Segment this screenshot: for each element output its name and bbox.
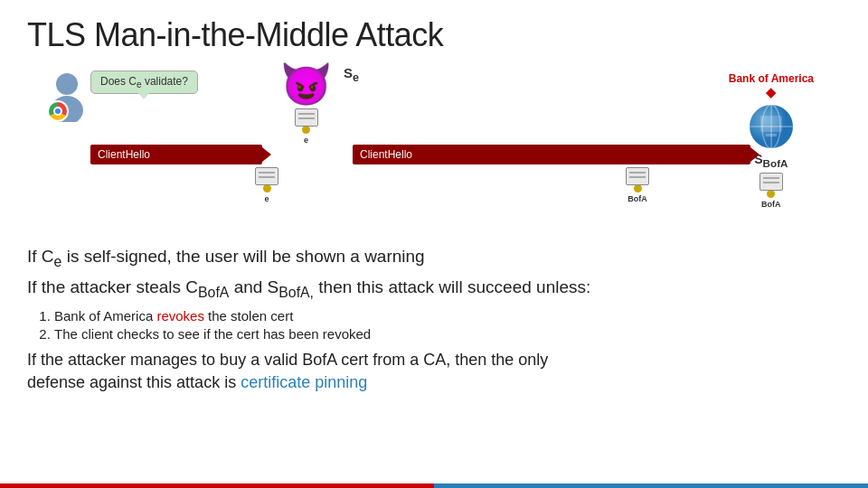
list-item-2-text: The client checks to see if the cert has… — [54, 326, 371, 342]
bofa-diamond: ◆ — [766, 85, 776, 99]
cert-bofa-icon: BofA — [760, 173, 783, 209]
line2-prefix: If the attacker steals C — [27, 277, 198, 296]
svg-rect-7 — [766, 134, 777, 136]
bofa-globe-icon — [748, 103, 795, 150]
arrow-head-right — [750, 147, 760, 162]
line2-mid2-sub: BofA, — [278, 285, 314, 300]
line2-suffix: then this attack will succeed unless: — [314, 277, 590, 296]
cert-e-below-left: e — [163, 167, 371, 203]
line3-highlight: certificate pinning — [241, 373, 367, 391]
svg-point-0 — [56, 73, 78, 95]
bubble-text-suffix: validate? — [142, 75, 188, 88]
page-title: TLS Man-in-the-Middle Attack — [0, 0, 868, 63]
list-item-2: The client checks to see if the cert has… — [54, 326, 841, 342]
speech-bubble: Does Ce validate? — [90, 70, 198, 94]
list-area: Bank of America revokes the stolen cert … — [27, 308, 841, 342]
s-bofa-subscript: BofA — [763, 157, 788, 169]
client-hello-right-row: ClientHello — [353, 145, 760, 164]
client-figure — [45, 72, 89, 122]
line2-mid-sub: BofA — [198, 285, 229, 300]
left-arrow-group: ClientHello e — [90, 145, 371, 203]
cert-bofa-below-right-label: BofA — [627, 194, 647, 203]
svg-rect-6 — [760, 116, 782, 132]
list-item-1: Bank of America revokes the stolen cert — [54, 308, 841, 324]
attacker-figure: 😈 Se e — [280, 63, 332, 145]
bofa-logo-text: Bank of America — [729, 72, 814, 85]
arrow-head-left — [262, 147, 271, 162]
line2-mid: and S — [229, 277, 278, 296]
client-hello-left-bar: ClientHello — [90, 145, 262, 164]
client-hello-right-bar: ClientHello — [353, 145, 750, 164]
line1: If Ce is self-signed, the user will be s… — [27, 247, 841, 270]
cert-e-label: e — [304, 136, 308, 145]
cert-bofa-label: BofA — [761, 200, 781, 209]
client-hello-left-label: ClientHello — [98, 148, 150, 161]
client-hello-right-label: ClientHello — [360, 148, 412, 161]
right-arrow-group: ClientHello BofA — [353, 145, 760, 203]
cert-e-icon: e — [295, 108, 318, 145]
text-area: If Ce is self-signed, the user will be s… — [0, 239, 868, 394]
cert-bofa-below-right: BofA — [515, 167, 760, 203]
bottom-bar — [0, 483, 868, 488]
client-hello-left-row: ClientHello — [90, 145, 271, 164]
list-item-1-prefix: Bank of America — [54, 308, 156, 324]
line1-prefix: If C — [27, 247, 54, 266]
line2: If the attacker steals CBofA and SBofA, … — [27, 277, 841, 301]
line3: If the attacker manages to buy a valid B… — [27, 349, 841, 394]
list-item-1-suffix: the stolen cert — [204, 308, 293, 324]
cert-e-below-label: e — [264, 194, 269, 203]
devil-icon: 😈 — [280, 63, 332, 105]
line1-suffix: is self-signed, the user will be shown a… — [61, 247, 424, 266]
bofa-logo: Bank of America ◆ — [729, 72, 814, 99]
bubble-text-prefix: Does C — [100, 75, 137, 88]
list-item-1-highlight: revokes — [156, 308, 204, 324]
diagram-area: Does Ce validate? 😈 Se e Bank of America… — [18, 63, 850, 239]
s-e-subscript: e — [353, 71, 359, 84]
s-e-label: Se — [344, 65, 359, 84]
